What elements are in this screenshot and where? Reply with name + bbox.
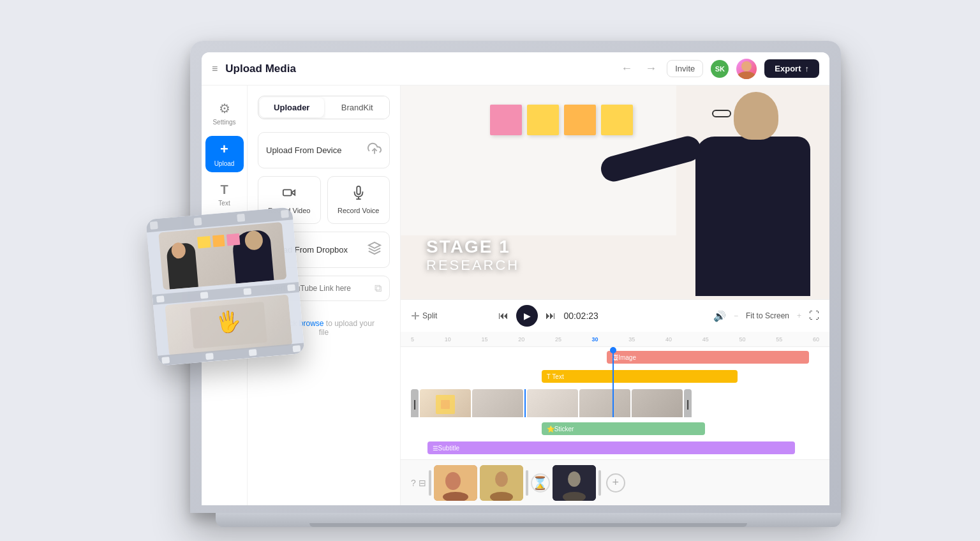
dock-hourglass[interactable]: ⌛ [531,473,550,493]
postit-pink-1 [490,105,522,135]
redo-button[interactable]: → [642,59,659,78]
film-hole-mid [287,284,295,291]
thumb-handle-right[interactable]: | [684,389,692,417]
clipboard-icon: ⧉ [375,283,382,294]
film-postit-2 [212,235,225,248]
video-thumbnail-strip: | | [411,387,819,417]
right-controls: 🔊 − Fit to Screen + ⛶ [713,310,819,322]
ruler-mark-25: 25 [555,336,561,343]
ruler-mark-20: 20 [518,336,524,343]
settings-icon: ⚙ [219,101,230,116]
film-postit-3 [226,233,240,246]
ruler-mark-35: 35 [628,336,635,343]
split-button[interactable]: Split [411,311,437,320]
sticker-track-row: ⭐ Sticker [411,420,819,438]
subtitle-track-bar[interactable]: ☰ Subtitle [427,441,795,454]
video-content: STAGE 1 RESEARCH [401,85,829,299]
dropbox-icon [368,241,382,258]
film-hole-bot [249,349,257,356]
film-hole-bot [292,345,301,352]
play-button[interactable]: ▶ [516,305,538,327]
text-track-label: T Text [547,373,564,380]
film-hole-bot [161,357,170,364]
fit-screen-button[interactable]: Fit to Screen [746,311,789,320]
ruler-mark-40: 40 [665,336,672,343]
text-track-bar[interactable]: T Text [542,370,738,383]
ruler-mark-60: 60 [813,336,819,343]
topbar-left: ≡ Upload Media [212,63,296,75]
undo-button[interactable]: ← [618,59,635,78]
sidebar-item-upload[interactable]: + Upload [205,136,244,172]
dock-thumb-2[interactable] [480,465,523,501]
person-glasses [712,110,731,117]
dock-help-button[interactable]: ? [411,478,416,488]
ruler-marks-container: 5 10 15 20 25 30 35 40 45 50 55 [411,336,819,343]
ruler-mark-10: 10 [445,336,451,343]
ruler-mark-30: 30 [592,336,598,343]
record-voice-label: Record Voice [338,207,379,214]
record-voice-button[interactable]: Record Voice [327,176,390,224]
dock-strip: ? ⊟ [401,459,829,505]
upload-device-icon [368,142,382,159]
user-initials-badge: SK [711,60,729,78]
film-hole-mid [156,295,165,302]
user-avatar [736,59,757,79]
text-icon: T [220,182,228,197]
ruler-mark-50: 50 [739,336,745,343]
playhead-head [610,347,616,353]
thumb-2 [472,389,523,417]
fullscreen-button[interactable]: ⛶ [809,310,819,322]
film-hole-bot [205,353,214,360]
thumb-handle-left[interactable]: | [411,389,419,417]
sidebar-item-settings[interactable]: ⚙ Settings [205,96,244,131]
postit-yellow-1 [527,105,559,135]
image-track-bar[interactable]: 🖼 Image [607,351,809,364]
sidebar-item-text[interactable]: T Text [205,177,244,212]
thumb-5 [632,389,683,417]
skip-back-button[interactable]: ⏮ [498,310,509,322]
dropzone-suffix: to upload your file [319,319,375,337]
thumb-3 [527,389,578,417]
skip-forward-button[interactable]: ⏭ [546,310,556,322]
dock-grid-button[interactable]: ⊟ [419,478,426,488]
thumb-4 [579,389,630,417]
film-hole-mid [200,292,208,299]
add-media-button[interactable]: + [606,473,625,493]
preview-area: STAGE 1 RESEARCH [401,85,829,505]
cursor-hand-icon: 🖐 [214,309,242,335]
tab-brandkit[interactable]: BrandKit [325,96,390,119]
sticker-track-bar[interactable]: ⭐ Sticker [542,422,705,435]
invite-button[interactable]: Invite [667,60,703,77]
text-track-row: T Text [411,367,819,385]
split-label: Split [422,311,437,320]
dock-separator-1 [429,470,431,496]
volume-button[interactable]: 🔊 [713,310,726,322]
film-frame-1 [158,222,286,290]
stage-line1: STAGE 1 [426,237,519,257]
filmstrip-overlay: 🖐 [145,207,304,366]
topbar: ≡ Upload Media ← → Invite SK [202,52,829,85]
thumb-1 [420,389,471,417]
playhead-line [612,347,614,417]
ruler-mark-5: 5 [411,336,414,343]
subtitle-track-label: Subtitle [438,445,459,452]
postit-orange-1 [564,105,596,135]
menu-icon[interactable]: ≡ [212,63,218,75]
film-hole [281,210,289,218]
film-hole [193,218,202,226]
upload-tabs: Uploader BrandKit [258,96,390,119]
dock-thumb-3[interactable] [553,465,596,501]
tab-uploader[interactable]: Uploader [260,98,324,117]
ruler-mark-55: 55 [776,336,782,343]
dock-thumb-1[interactable] [434,465,477,501]
browse-link[interactable]: browse [299,319,324,328]
film-hole-mid [244,288,252,295]
timeline-ruler: 5 10 15 20 25 30 35 40 45 50 55 [401,332,829,347]
sticker-icon: ⭐ [547,426,554,433]
svg-point-0 [741,61,752,71]
upload-device-option[interactable]: Upload From Device [258,132,390,168]
topbar-right: ← → Invite SK Export ↑ [618,59,819,79]
ruler-mark-45: 45 [702,336,709,343]
dock-separator-3 [598,470,601,496]
export-button[interactable]: Export ↑ [764,59,819,78]
